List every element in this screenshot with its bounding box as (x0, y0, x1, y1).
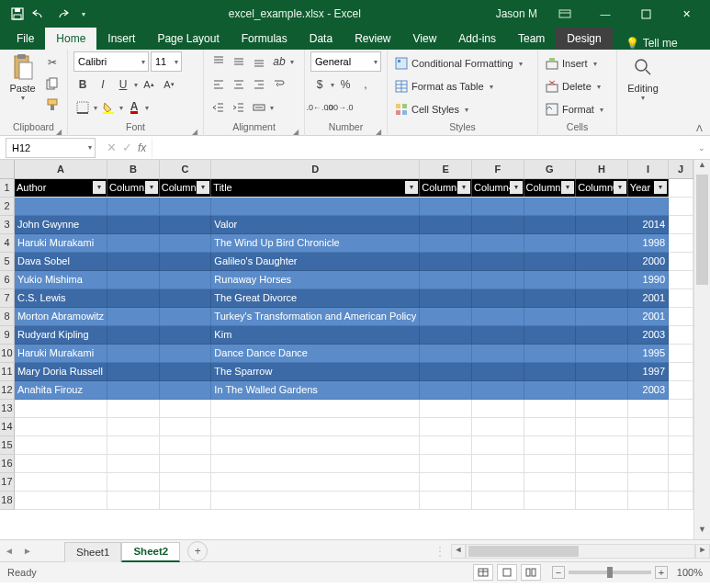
zoom-out-button[interactable]: − (552, 566, 565, 579)
cell[interactable] (420, 252, 472, 270)
cell-styles-button[interactable]: Cell Styles▾ (393, 99, 532, 119)
cell[interactable] (627, 197, 668, 215)
filter-dropdown-icon[interactable]: ▾ (93, 181, 106, 194)
cell[interactable] (211, 417, 420, 435)
cell[interactable] (471, 417, 524, 435)
row-header-16[interactable]: 16 (0, 454, 14, 472)
cell[interactable] (107, 435, 160, 454)
cell[interactable] (669, 307, 693, 325)
cell[interactable]: The Great Divorce (211, 288, 420, 307)
underline-dropdown-icon[interactable]: ▾ (134, 81, 138, 89)
cell[interactable] (107, 325, 160, 344)
minimize-icon[interactable]: — (585, 0, 625, 28)
cell[interactable] (14, 197, 107, 215)
cell[interactable]: Anahita Firouz (14, 380, 107, 399)
cell[interactable] (524, 325, 576, 344)
cell[interactable] (107, 491, 160, 509)
col-header-J[interactable]: J (669, 160, 693, 178)
cell[interactable] (420, 307, 472, 325)
cell[interactable] (524, 362, 576, 380)
sheet-nav-prev-icon[interactable]: ◄ (0, 546, 18, 556)
select-all-corner[interactable] (0, 160, 14, 178)
cell[interactable] (107, 399, 160, 417)
cell[interactable] (14, 435, 107, 454)
row-header-18[interactable]: 18 (0, 491, 14, 509)
col-header-B[interactable]: B (107, 160, 160, 178)
cell[interactable] (669, 399, 693, 417)
cell[interactable] (669, 197, 693, 215)
accounting-dropdown-icon[interactable]: ▾ (331, 81, 334, 89)
cell[interactable]: Runaway Horses (211, 270, 420, 288)
cell[interactable] (524, 252, 576, 270)
cell[interactable] (524, 270, 576, 288)
user-name[interactable]: Jason M (496, 7, 537, 20)
filter-dropdown-icon[interactable]: ▾ (197, 181, 209, 194)
cell[interactable] (420, 215, 472, 233)
cell[interactable]: Galileo's Daughter (211, 252, 420, 270)
cell[interactable] (524, 380, 576, 399)
cell[interactable]: Turkey's Transformation and American Pol… (211, 307, 420, 325)
cell[interactable] (669, 233, 693, 252)
underline-button[interactable]: U (114, 75, 132, 94)
col-header-F[interactable]: F (471, 160, 524, 178)
cell[interactable] (471, 288, 524, 307)
cell[interactable] (576, 417, 628, 435)
cell[interactable] (159, 491, 211, 509)
horizontal-scrollbar[interactable] (466, 544, 695, 559)
cell[interactable] (576, 362, 628, 380)
cell[interactable] (471, 252, 524, 270)
cell[interactable] (471, 344, 524, 362)
view-normal-icon[interactable] (473, 564, 493, 581)
cell[interactable] (107, 197, 160, 215)
cell[interactable] (524, 344, 576, 362)
row-header-17[interactable]: 17 (0, 472, 14, 491)
tab-page-layout[interactable]: Page Layout (146, 28, 230, 50)
format-as-table-button[interactable]: Format as Table▾ (393, 76, 532, 96)
font-color-icon[interactable]: A (125, 98, 143, 117)
cell[interactable]: The Wind Up Bird Chronicle (211, 233, 420, 252)
alignment-launcher-icon[interactable]: ◢ (293, 128, 299, 136)
merge-center-icon[interactable] (250, 98, 268, 117)
cell[interactable]: 2001 (627, 288, 668, 307)
tab-design[interactable]: Design (556, 28, 612, 50)
expand-formula-bar-icon[interactable]: ⌄ (693, 143, 710, 153)
cell[interactable] (669, 435, 693, 454)
cell[interactable]: Kim (211, 325, 420, 344)
insert-function-icon[interactable]: fx (138, 141, 152, 154)
enter-formula-icon[interactable]: ✓ (122, 141, 132, 154)
table-header-cell[interactable]: Year▾ (627, 178, 668, 197)
merge-dropdown-icon[interactable]: ▾ (270, 104, 274, 112)
paste-button[interactable]: Paste ▾ (6, 51, 39, 102)
cell[interactable] (471, 399, 524, 417)
format-cells-button[interactable]: Format▾ (544, 99, 611, 119)
cell[interactable] (627, 491, 668, 509)
row-header-15[interactable]: 15 (0, 435, 14, 454)
scroll-down-icon[interactable]: ▼ (694, 525, 710, 539)
row-header-7[interactable]: 7 (0, 288, 14, 307)
borders-icon[interactable] (73, 98, 92, 117)
cell[interactable] (471, 454, 524, 472)
col-header-G[interactable]: G (524, 160, 576, 178)
cell[interactable] (524, 435, 576, 454)
cell[interactable] (159, 197, 211, 215)
cell[interactable] (420, 288, 472, 307)
cell[interactable] (211, 197, 420, 215)
cell[interactable] (669, 270, 693, 288)
hscroll-left-icon[interactable]: ◄ (451, 544, 466, 559)
filter-dropdown-icon[interactable]: ▾ (654, 181, 667, 194)
col-header-E[interactable]: E (420, 160, 472, 178)
col-header-I[interactable]: I (627, 160, 668, 178)
cell[interactable] (159, 472, 211, 491)
align-center-icon[interactable] (230, 75, 248, 94)
zoom-level[interactable]: 100% (677, 567, 703, 578)
cell[interactable] (524, 399, 576, 417)
tab-data[interactable]: Data (299, 28, 344, 50)
comma-format-icon[interactable]: , (356, 75, 375, 94)
name-box[interactable]: H12 (6, 138, 96, 158)
cell[interactable]: Dava Sobel (14, 252, 107, 270)
table-header-cell[interactable]: Column3▾ (420, 178, 472, 197)
fill-color-icon[interactable] (99, 98, 118, 117)
orientation-dropdown-icon[interactable]: ▾ (290, 58, 294, 66)
cell[interactable] (524, 454, 576, 472)
filter-dropdown-icon[interactable]: ▾ (405, 181, 418, 194)
